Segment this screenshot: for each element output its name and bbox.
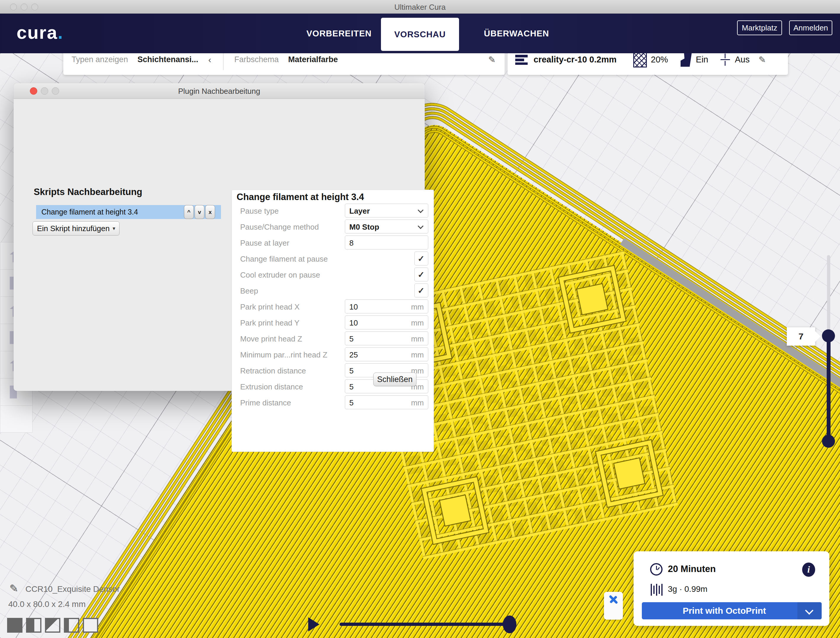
setting-input[interactable]: 8 bbox=[345, 236, 428, 249]
setting-label: Park print head X bbox=[240, 302, 300, 312]
setting-value: 10 bbox=[349, 302, 358, 312]
view-right-button[interactable] bbox=[83, 618, 98, 633]
view-type-label: Typen anzeigen bbox=[71, 55, 128, 64]
add-script-label: Ein Skript hinzufügen bbox=[37, 224, 110, 233]
setting-value: Layer bbox=[349, 207, 370, 216]
print-button-label: Print with OctoPrint bbox=[683, 606, 766, 616]
play-button[interactable] bbox=[308, 617, 319, 632]
path-slider-handle[interactable] bbox=[503, 616, 516, 633]
adhesion-icon bbox=[719, 52, 731, 68]
setting-input[interactable]: 10mm bbox=[345, 315, 428, 329]
script-move-down-button[interactable]: v bbox=[194, 205, 204, 219]
setting-label: Pause type bbox=[240, 207, 279, 216]
color-scheme-label: Farbschema bbox=[234, 55, 279, 64]
scripts-heading: Skripts Nachbearbeitung bbox=[34, 187, 142, 197]
print-button-dropdown[interactable] bbox=[797, 602, 822, 619]
setting-value: 5 bbox=[349, 334, 354, 344]
color-scheme-value[interactable]: Materialfarbe bbox=[288, 55, 338, 64]
marketplace-button[interactable]: Marktplatz bbox=[737, 21, 782, 35]
setting-label: Beep bbox=[240, 287, 258, 296]
print-time: 20 Minuten bbox=[668, 564, 716, 575]
cura-logo: cura. bbox=[17, 22, 63, 43]
script-remove-button[interactable]: x bbox=[205, 205, 215, 219]
edit-print-settings-icon[interactable]: ✎ bbox=[758, 54, 766, 65]
print-tools-button[interactable] bbox=[604, 592, 623, 620]
rename-model-icon[interactable]: ✎ bbox=[9, 583, 18, 595]
tab-vorschau[interactable]: VORSCHAU bbox=[381, 18, 459, 51]
setting-row: Pause/Change methodM0 Stop bbox=[237, 219, 429, 235]
print-with-octoprint-button[interactable]: Print with OctoPrint bbox=[642, 602, 822, 619]
setting-dropdown[interactable]: Layer bbox=[345, 204, 428, 217]
collapse-chevron-icon[interactable]: ‹ bbox=[208, 55, 211, 65]
setting-unit: mm bbox=[411, 350, 424, 359]
chevron-down-icon bbox=[418, 207, 423, 213]
setting-row: Move print head Z5mm bbox=[237, 331, 429, 347]
setting-input[interactable]: 5mm bbox=[345, 395, 428, 409]
chevron-down-icon bbox=[418, 223, 423, 229]
setting-label: Pause at layer bbox=[240, 239, 289, 248]
setting-checkbox[interactable]: ✓ bbox=[414, 252, 428, 266]
setting-row: Pause typeLayer bbox=[237, 203, 429, 219]
setting-label: Prime distance bbox=[240, 398, 291, 407]
setting-value: ✓ bbox=[418, 254, 425, 264]
logo-dot: . bbox=[58, 22, 63, 43]
setting-label: Cool extruder on pause bbox=[240, 271, 320, 280]
setting-value: 10 bbox=[349, 318, 358, 328]
setting-label: Move print head Z bbox=[240, 334, 302, 344]
setting-label: Park print head Y bbox=[240, 318, 299, 328]
window-titlebar: Ultimaker Cura bbox=[0, 0, 840, 14]
profile-layers-icon bbox=[515, 55, 528, 65]
setting-label: Retraction distance bbox=[240, 366, 306, 375]
setting-value: M0 Stop bbox=[349, 223, 379, 232]
setting-input[interactable]: 25mm bbox=[345, 347, 428, 361]
setting-value: 5 bbox=[349, 366, 354, 375]
dialog-titlebar[interactable]: Plugin Nachbearbeitung bbox=[14, 83, 425, 99]
signin-button[interactable]: Anmelden bbox=[789, 21, 832, 35]
layer-number-tooltip: 7 bbox=[787, 327, 815, 346]
info-icon[interactable]: i bbox=[802, 562, 815, 577]
setting-row: Beep✓ bbox=[237, 283, 429, 299]
script-settings-panel: Change filament at height 3.4 Pause type… bbox=[232, 190, 434, 452]
setting-input[interactable]: 10mm bbox=[345, 299, 428, 313]
layer-slider-lower-handle[interactable] bbox=[822, 435, 835, 448]
filament-icon bbox=[651, 584, 663, 596]
tab-vorbereiten[interactable]: VORBEREITEN bbox=[293, 18, 385, 49]
app-header: cura. VORBEREITEN VORSCHAU ÜBERWACHEN Ma… bbox=[0, 14, 840, 53]
setting-value: 5 bbox=[349, 398, 354, 407]
setting-value: ✓ bbox=[418, 286, 425, 296]
view-front-button[interactable] bbox=[26, 618, 41, 633]
setting-checkbox[interactable]: ✓ bbox=[414, 268, 428, 282]
setting-label: Pause/Change method bbox=[240, 223, 319, 232]
view-type-value[interactable]: Schichtenansi... bbox=[137, 55, 199, 64]
infill-icon bbox=[633, 52, 647, 68]
setting-dropdown[interactable]: M0 Stop bbox=[345, 220, 428, 233]
view-top-button[interactable] bbox=[45, 618, 60, 633]
setting-value: 8 bbox=[349, 239, 354, 248]
setting-value: 5 bbox=[349, 382, 354, 391]
layer-slider-upper-handle[interactable] bbox=[822, 329, 835, 342]
infill-value: 20% bbox=[651, 55, 668, 65]
path-slider-track[interactable] bbox=[339, 623, 510, 626]
script-move-up-button[interactable]: ^ bbox=[184, 205, 194, 219]
view-left-button[interactable] bbox=[64, 618, 79, 633]
setting-value: ✓ bbox=[418, 270, 425, 280]
setting-label: Minimum par...rint head Z bbox=[240, 350, 327, 359]
setting-label: Change filament at pause bbox=[240, 255, 328, 264]
setting-label: Extrusion distance bbox=[240, 382, 303, 391]
clock-icon bbox=[650, 563, 663, 576]
setting-value: 25 bbox=[349, 350, 358, 359]
setting-input[interactable]: 5mm bbox=[345, 331, 428, 345]
dropdown-arrow-icon: ▾ bbox=[113, 225, 115, 232]
model-dimensions: 40.0 x 80.0 x 2.4 mm bbox=[8, 600, 85, 609]
add-script-dropdown[interactable]: Ein Skript hinzufügen ▾ bbox=[33, 222, 120, 236]
script-item-label: Change filament at height 3.4 bbox=[36, 208, 138, 216]
setting-checkbox[interactable]: ✓ bbox=[414, 283, 428, 298]
tab-ueberwachen[interactable]: ÜBERWACHEN bbox=[470, 18, 563, 49]
edit-view-settings-icon[interactable]: ✎ bbox=[488, 54, 496, 65]
setting-unit: mm bbox=[411, 398, 424, 407]
printer-profile-value: creality-cr-10 0.2mm bbox=[534, 55, 617, 65]
close-dialog-button[interactable]: Schließen bbox=[373, 372, 417, 386]
setting-row: Park print head Y10mm bbox=[237, 315, 429, 331]
view-3d-button[interactable] bbox=[7, 618, 22, 633]
support-value: Ein bbox=[696, 55, 708, 65]
